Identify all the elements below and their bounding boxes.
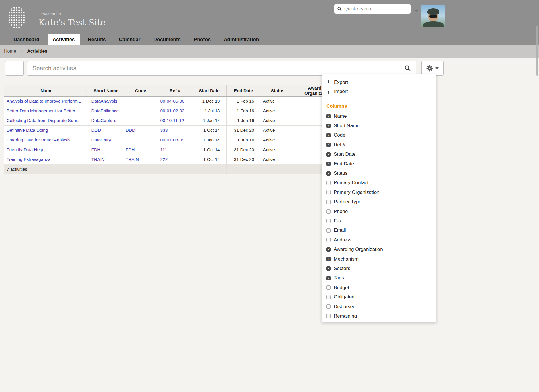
checkbox-checked-icon[interactable] [326, 247, 331, 252]
column-toggle-sectors[interactable]: Sectors [322, 264, 436, 273]
activity-name-link[interactable]: Training Extravaganza [7, 157, 51, 162]
activity-code-link[interactable]: TRAIN [126, 157, 139, 162]
column-toggle-status[interactable]: Status [322, 168, 436, 178]
activity-ref-link[interactable]: 222 [160, 157, 168, 162]
quick-search-input[interactable] [344, 6, 408, 11]
activity-status: Active [261, 145, 295, 155]
column-header-code[interactable]: Code [123, 85, 158, 96]
column-toggle-phone[interactable]: Phone [322, 207, 436, 216]
column-toggle-tags[interactable]: Tags [322, 273, 436, 283]
activity-code-link[interactable]: FDH [126, 147, 135, 152]
column-toggle-budget[interactable]: Budget [322, 283, 436, 292]
checkbox-checked-icon[interactable] [326, 276, 331, 280]
activity-code-link[interactable]: DDD [126, 128, 135, 133]
activity-name-link[interactable]: Entering Data for Better Analysis [7, 137, 70, 142]
activity-status: Active [261, 106, 295, 116]
column-toggle-disbursed[interactable]: Disbursed [322, 302, 436, 311]
tab-dashboard[interactable]: Dashboard [9, 34, 44, 45]
tab-calendar[interactable]: Calendar [114, 34, 145, 45]
checkbox-unchecked-icon[interactable] [326, 314, 331, 318]
column-header-name[interactable]: Name↑ [4, 85, 89, 96]
column-toggle-primary-contact[interactable]: Primary Contact [322, 178, 436, 188]
column-toggle-end-date[interactable]: End Date [322, 159, 436, 168]
tab-activities[interactable]: Activities [48, 34, 80, 45]
column-header-short-name[interactable]: Short Name [89, 85, 123, 96]
column-header-status[interactable]: Status [261, 85, 295, 96]
activity-short-name-link[interactable]: FDH [91, 147, 101, 152]
activity-ref-link[interactable]: 333 [160, 128, 168, 133]
activity-short-name-link[interactable]: DataBrilliance [91, 108, 119, 113]
activity-short-name-link[interactable]: DDD [91, 128, 101, 133]
tab-results[interactable]: Results [83, 34, 111, 45]
export-menu-item[interactable]: Export [322, 78, 436, 87]
checkbox-unchecked-icon[interactable] [326, 209, 331, 214]
column-toggle-primary-organization[interactable]: Primary Organization [322, 188, 436, 197]
column-toggle-code[interactable]: Code [322, 131, 436, 140]
filters-menu-button[interactable] [5, 61, 24, 76]
column-toggle-ref[interactable]: Ref # [322, 140, 436, 149]
checkbox-checked-icon[interactable] [326, 143, 331, 147]
tab-photos[interactable]: Photos [189, 34, 215, 45]
column-header-ref[interactable]: Ref # [158, 85, 192, 96]
activity-name-link[interactable]: Collecting Data from Disparate Sour... [7, 118, 81, 123]
column-toggle-email[interactable]: Email [322, 226, 436, 235]
activities-search-input[interactable] [27, 61, 404, 75]
activity-short-name-link[interactable]: DataEntry [91, 137, 111, 142]
checkbox-unchecked-icon[interactable] [326, 190, 331, 194]
activity-name-link[interactable]: Better Data Management for Better ... [7, 108, 80, 113]
column-toggle-fax[interactable]: Fax [322, 216, 436, 226]
checkbox-unchecked-icon[interactable] [326, 200, 331, 204]
column-toggle-label: Short Name [334, 123, 360, 129]
activity-short-name-link[interactable]: TRAIN [91, 157, 105, 162]
checkbox-unchecked-icon[interactable] [326, 228, 331, 233]
activity-ref-link[interactable]: 00-07-08-09 [160, 137, 184, 142]
activity-ref-link[interactable]: 00-10-11-12 [160, 118, 184, 123]
activity-name-link[interactable]: Definitive Data Doing [7, 128, 48, 133]
quick-search[interactable] [334, 4, 411, 14]
activity-short-name-link[interactable]: DataAnalysis [91, 99, 117, 103]
column-toggle-name[interactable]: Name [322, 111, 436, 121]
column-toggle-short-name[interactable]: Short Name [322, 121, 436, 130]
column-toggle-mechanism[interactable]: Mechanism [322, 254, 436, 264]
tab-administration[interactable]: Administration [219, 34, 264, 45]
column-toggle-awarding-organization[interactable]: Awarding Organization [322, 245, 436, 254]
checkbox-checked-icon[interactable] [326, 133, 331, 137]
checkbox-unchecked-icon[interactable] [326, 295, 331, 299]
checkbox-checked-icon[interactable] [326, 162, 331, 166]
column-toggle-obligated[interactable]: Obligated [322, 292, 436, 302]
column-toggle-remaining[interactable]: Remaining [322, 311, 436, 321]
breadcrumb-home-link[interactable]: Home [4, 49, 16, 54]
activity-ref-link[interactable]: 00-01-02-03 [160, 108, 184, 113]
checkbox-checked-icon[interactable] [326, 152, 331, 157]
checkbox-unchecked-icon[interactable] [326, 304, 331, 309]
checkbox-checked-icon[interactable] [326, 114, 331, 118]
activity-name-link[interactable]: Analysis of Data to Improve Perform... [7, 99, 81, 103]
column-header-start-date[interactable]: Start Date [192, 85, 226, 96]
user-avatar[interactable] [421, 5, 445, 27]
activity-name-link[interactable]: Friendly Data Help [7, 147, 43, 152]
column-header-end-date[interactable]: End Date [226, 85, 261, 96]
scrollbar-thumb[interactable] [536, 26, 538, 76]
table-settings-gear-button[interactable] [421, 61, 444, 76]
import-menu-item[interactable]: Import [322, 87, 436, 96]
checkbox-checked-icon[interactable] [326, 124, 331, 128]
checkbox-checked-icon[interactable] [326, 171, 331, 176]
checkbox-unchecked-icon[interactable] [326, 238, 331, 242]
activity-start-date: 1 Dec 13 [192, 96, 226, 106]
tab-documents[interactable]: Documents [149, 34, 185, 45]
column-toggle-address[interactable]: Address [322, 235, 436, 245]
checkbox-unchecked-icon[interactable] [326, 181, 331, 185]
column-toggle-partner-type[interactable]: Partner Type [322, 197, 436, 207]
quick-search-scope-caret-icon[interactable] [415, 8, 418, 13]
column-toggle-label: End Date [334, 161, 354, 167]
activity-ref-link[interactable]: 00-04-05-06 [160, 99, 184, 103]
column-toggle-start-date[interactable]: Start Date [322, 150, 436, 159]
column-toggle-label: Start Date [334, 151, 356, 157]
checkbox-unchecked-icon[interactable] [326, 285, 331, 290]
activity-ref-link[interactable]: 111 [160, 147, 167, 152]
checkbox-unchecked-icon[interactable] [326, 219, 331, 223]
checkbox-checked-icon[interactable] [326, 257, 331, 261]
activities-search[interactable] [27, 61, 416, 76]
activity-short-name-link[interactable]: DataCapture [91, 118, 117, 123]
checkbox-checked-icon[interactable] [326, 266, 331, 271]
